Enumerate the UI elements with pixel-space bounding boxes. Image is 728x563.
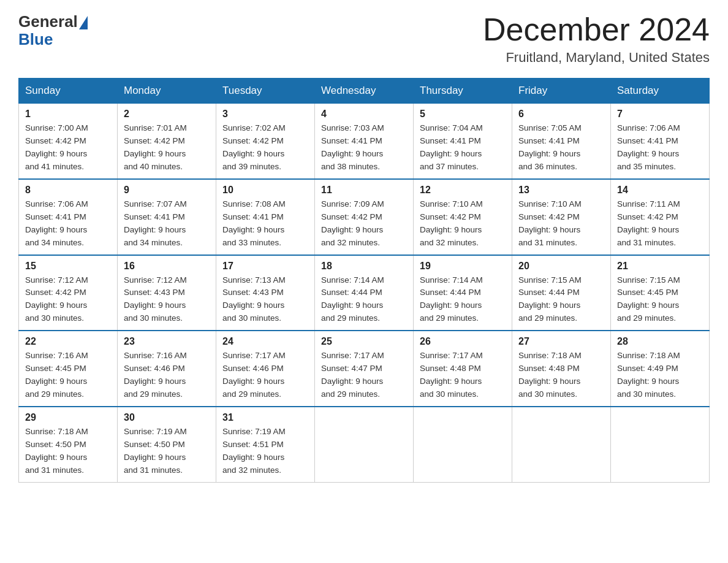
day-number: 1 — [25, 109, 111, 120]
day-number: 11 — [321, 185, 407, 196]
day-number: 12 — [420, 185, 506, 196]
day-info: Sunrise: 7:06 AMSunset: 4:41 PMDaylight:… — [617, 122, 703, 174]
logo-blue-text: Blue — [18, 30, 53, 49]
calendar-day-cell: 29Sunrise: 7:18 AMSunset: 4:50 PMDayligh… — [19, 407, 118, 482]
calendar-day-cell: 31Sunrise: 7:19 AMSunset: 4:51 PMDayligh… — [216, 407, 315, 482]
day-number: 20 — [518, 261, 604, 272]
day-info: Sunrise: 7:18 AMSunset: 4:49 PMDaylight:… — [617, 350, 703, 401]
calendar-day-cell: 15Sunrise: 7:12 AMSunset: 4:42 PMDayligh… — [19, 255, 118, 331]
day-info: Sunrise: 7:06 AMSunset: 4:41 PMDaylight:… — [25, 198, 111, 250]
calendar-day-cell: 12Sunrise: 7:10 AMSunset: 4:42 PMDayligh… — [414, 179, 512, 255]
calendar-week-row: 29Sunrise: 7:18 AMSunset: 4:50 PMDayligh… — [19, 407, 710, 482]
day-info: Sunrise: 7:18 AMSunset: 4:48 PMDaylight:… — [518, 350, 604, 401]
day-info: Sunrise: 7:14 AMSunset: 4:44 PMDaylight:… — [321, 274, 407, 326]
day-info: Sunrise: 7:16 AMSunset: 4:46 PMDaylight:… — [124, 350, 210, 401]
calendar-day-cell: 9Sunrise: 7:07 AMSunset: 4:41 PMDaylight… — [118, 179, 216, 255]
day-number: 7 — [617, 109, 703, 120]
day-number: 5 — [420, 109, 506, 120]
calendar-day-cell: 14Sunrise: 7:11 AMSunset: 4:42 PMDayligh… — [611, 179, 710, 255]
calendar-day-cell: 16Sunrise: 7:12 AMSunset: 4:43 PMDayligh… — [118, 255, 216, 331]
day-info: Sunrise: 7:12 AMSunset: 4:43 PMDaylight:… — [124, 274, 210, 326]
calendar-day-cell: 11Sunrise: 7:09 AMSunset: 4:42 PMDayligh… — [315, 179, 414, 255]
day-info: Sunrise: 7:09 AMSunset: 4:42 PMDaylight:… — [321, 198, 407, 250]
calendar-week-row: 15Sunrise: 7:12 AMSunset: 4:42 PMDayligh… — [19, 255, 710, 331]
calendar-header-friday: Friday — [512, 79, 611, 104]
day-number: 6 — [518, 109, 604, 120]
day-info: Sunrise: 7:15 AMSunset: 4:45 PMDaylight:… — [617, 274, 703, 326]
calendar-day-cell: 22Sunrise: 7:16 AMSunset: 4:45 PMDayligh… — [19, 331, 118, 407]
calendar-day-cell: 20Sunrise: 7:15 AMSunset: 4:44 PMDayligh… — [512, 255, 611, 331]
day-info: Sunrise: 7:14 AMSunset: 4:44 PMDaylight:… — [420, 274, 506, 326]
calendar-day-cell: 24Sunrise: 7:17 AMSunset: 4:46 PMDayligh… — [216, 331, 315, 407]
day-number: 3 — [222, 109, 308, 120]
calendar-day-cell — [611, 407, 710, 482]
day-info: Sunrise: 7:13 AMSunset: 4:43 PMDaylight:… — [222, 274, 308, 326]
day-number: 27 — [518, 336, 604, 347]
day-info: Sunrise: 7:04 AMSunset: 4:41 PMDaylight:… — [420, 122, 506, 174]
calendar-table: SundayMondayTuesdayWednesdayThursdayFrid… — [18, 78, 710, 482]
day-number: 2 — [124, 109, 210, 120]
day-info: Sunrise: 7:08 AMSunset: 4:41 PMDaylight:… — [222, 198, 308, 250]
calendar-day-cell: 4Sunrise: 7:03 AMSunset: 4:41 PMDaylight… — [315, 104, 414, 179]
calendar-week-row: 8Sunrise: 7:06 AMSunset: 4:41 PMDaylight… — [19, 179, 710, 255]
calendar-day-cell: 1Sunrise: 7:00 AMSunset: 4:42 PMDaylight… — [19, 104, 118, 179]
location-text: Fruitland, Maryland, United States — [483, 50, 710, 66]
day-info: Sunrise: 7:10 AMSunset: 4:42 PMDaylight:… — [518, 198, 604, 250]
day-number: 4 — [321, 109, 407, 120]
calendar-day-cell: 13Sunrise: 7:10 AMSunset: 4:42 PMDayligh… — [512, 179, 611, 255]
day-number: 13 — [518, 185, 604, 196]
calendar-day-cell: 23Sunrise: 7:16 AMSunset: 4:46 PMDayligh… — [118, 331, 216, 407]
day-number: 17 — [222, 261, 308, 272]
calendar-day-cell: 17Sunrise: 7:13 AMSunset: 4:43 PMDayligh… — [216, 255, 315, 331]
day-number: 9 — [124, 185, 210, 196]
calendar-day-cell: 3Sunrise: 7:02 AMSunset: 4:42 PMDaylight… — [216, 104, 315, 179]
logo-general-text: General — [18, 12, 78, 31]
month-title: December 2024 — [483, 12, 710, 47]
day-number: 21 — [617, 261, 703, 272]
day-number: 30 — [124, 412, 210, 423]
day-number: 31 — [222, 412, 308, 423]
day-number: 22 — [25, 336, 111, 347]
day-info: Sunrise: 7:17 AMSunset: 4:48 PMDaylight:… — [420, 350, 506, 401]
day-info: Sunrise: 7:05 AMSunset: 4:41 PMDaylight:… — [518, 122, 604, 174]
calendar-day-cell: 30Sunrise: 7:19 AMSunset: 4:50 PMDayligh… — [118, 407, 216, 482]
calendar-day-cell: 18Sunrise: 7:14 AMSunset: 4:44 PMDayligh… — [315, 255, 414, 331]
calendar-header-sunday: Sunday — [19, 79, 118, 104]
calendar-day-cell: 6Sunrise: 7:05 AMSunset: 4:41 PMDaylight… — [512, 104, 611, 179]
day-number: 19 — [420, 261, 506, 272]
calendar-day-cell: 26Sunrise: 7:17 AMSunset: 4:48 PMDayligh… — [414, 331, 512, 407]
calendar-day-cell: 25Sunrise: 7:17 AMSunset: 4:47 PMDayligh… — [315, 331, 414, 407]
day-number: 26 — [420, 336, 506, 347]
calendar-header-saturday: Saturday — [611, 79, 710, 104]
day-number: 10 — [222, 185, 308, 196]
day-number: 15 — [25, 261, 111, 272]
day-number: 8 — [25, 185, 111, 196]
day-number: 14 — [617, 185, 703, 196]
day-number: 24 — [222, 336, 308, 347]
day-info: Sunrise: 7:07 AMSunset: 4:41 PMDaylight:… — [124, 198, 210, 250]
title-section: December 2024 Fruitland, Maryland, Unite… — [483, 12, 710, 66]
calendar-day-cell: 28Sunrise: 7:18 AMSunset: 4:49 PMDayligh… — [611, 331, 710, 407]
calendar-week-row: 22Sunrise: 7:16 AMSunset: 4:45 PMDayligh… — [19, 331, 710, 407]
calendar-header-monday: Monday — [118, 79, 216, 104]
calendar-day-cell: 19Sunrise: 7:14 AMSunset: 4:44 PMDayligh… — [414, 255, 512, 331]
calendar-header-tuesday: Tuesday — [216, 79, 315, 104]
day-info: Sunrise: 7:03 AMSunset: 4:41 PMDaylight:… — [321, 122, 407, 174]
day-info: Sunrise: 7:19 AMSunset: 4:50 PMDaylight:… — [124, 426, 210, 477]
day-info: Sunrise: 7:10 AMSunset: 4:42 PMDaylight:… — [420, 198, 506, 250]
day-info: Sunrise: 7:00 AMSunset: 4:42 PMDaylight:… — [25, 122, 111, 174]
calendar-header-row: SundayMondayTuesdayWednesdayThursdayFrid… — [19, 79, 710, 104]
day-info: Sunrise: 7:17 AMSunset: 4:46 PMDaylight:… — [222, 350, 308, 401]
calendar-day-cell — [512, 407, 611, 482]
calendar-day-cell: 27Sunrise: 7:18 AMSunset: 4:48 PMDayligh… — [512, 331, 611, 407]
day-info: Sunrise: 7:17 AMSunset: 4:47 PMDaylight:… — [321, 350, 407, 401]
day-number: 23 — [124, 336, 210, 347]
logo: General Blue — [18, 12, 88, 49]
calendar-day-cell — [315, 407, 414, 482]
day-info: Sunrise: 7:16 AMSunset: 4:45 PMDaylight:… — [25, 350, 111, 401]
logo-triangle-icon — [79, 16, 88, 29]
calendar-week-row: 1Sunrise: 7:00 AMSunset: 4:42 PMDaylight… — [19, 104, 710, 179]
calendar-day-cell: 5Sunrise: 7:04 AMSunset: 4:41 PMDaylight… — [414, 104, 512, 179]
day-number: 28 — [617, 336, 703, 347]
day-info: Sunrise: 7:15 AMSunset: 4:44 PMDaylight:… — [518, 274, 604, 326]
